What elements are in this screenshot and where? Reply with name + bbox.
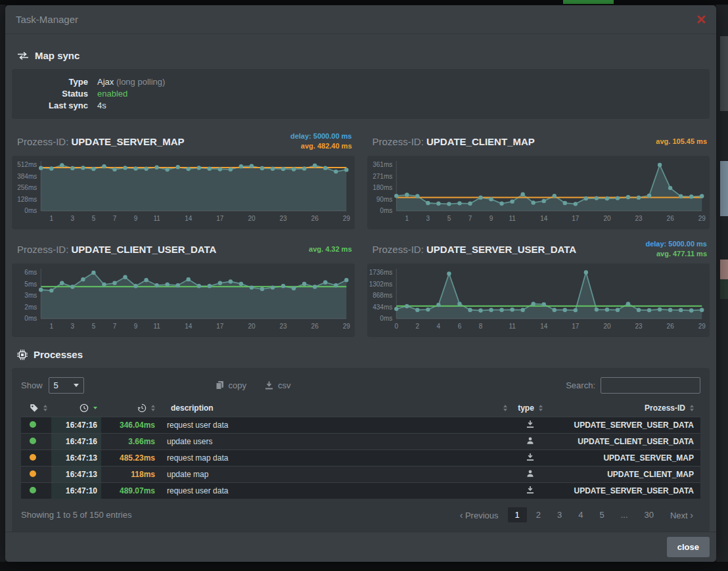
- chart-delay-value: delay: 5000.00 ms: [645, 239, 707, 249]
- chart-panel: 0ms434ms868ms1302ms1736ms024681114172023…: [367, 263, 710, 337]
- scrollbar-thumb[interactable]: [720, 36, 728, 111]
- process-duration: 3.66ms: [101, 433, 159, 449]
- modal-footer: close: [5, 532, 716, 562]
- info-value: Ajax (long polling): [97, 76, 165, 88]
- chart-block-update_client_user_data: Prozess-ID: UPDATE_CLIENT_USER_DATAavg. …: [12, 237, 355, 345]
- svg-text:4: 4: [436, 323, 440, 330]
- process-row[interactable]: 16:47:163.66msupdate users UPDATE_CLIENT…: [21, 433, 700, 449]
- csv-button[interactable]: csv: [265, 380, 291, 390]
- process-time: 16:47:10: [51, 482, 101, 499]
- svg-text:0ms: 0ms: [24, 207, 37, 214]
- pagination-page-4[interactable]: 4: [571, 507, 590, 522]
- download-icon: [526, 453, 534, 461]
- map-sync-panel: Type Ajax (long polling) Status enabled …: [12, 69, 710, 119]
- show-entries-select[interactable]: 5: [49, 377, 84, 394]
- background-page-left-edge: [0, 5, 5, 562]
- close-icon[interactable]: [697, 15, 706, 24]
- svg-text:29: 29: [343, 215, 351, 222]
- copy-button[interactable]: copy: [216, 380, 246, 390]
- chart-header: Prozess-ID: UPDATE_CLIENT_USER_DATAavg. …: [12, 237, 355, 263]
- background-page-bottom-edge: [0, 562, 728, 571]
- svg-text:11: 11: [153, 215, 160, 222]
- svg-text:0ms: 0ms: [24, 315, 37, 322]
- tag-icon: [30, 403, 39, 413]
- svg-text:26: 26: [311, 215, 319, 222]
- svg-text:29: 29: [698, 323, 706, 330]
- info-label: Last sync: [22, 100, 88, 112]
- show-label: Show: [21, 380, 43, 390]
- pagination-page-1[interactable]: 1: [508, 507, 527, 522]
- pagination-page-3[interactable]: 3: [550, 507, 569, 522]
- download-icon: [526, 420, 534, 428]
- column-header-description[interactable]: description: [159, 400, 511, 417]
- background-topbar: [0, 0, 728, 5]
- chart-title: Prozess-ID: UPDATE_CLIENT_USER_DATA: [17, 244, 216, 255]
- column-header-status[interactable]: [21, 400, 51, 417]
- processes-table: description type Proze: [21, 400, 700, 499]
- sort-desc-icon: [93, 407, 97, 409]
- map-sync-heading: Map sync: [17, 50, 710, 61]
- svg-text:17: 17: [572, 215, 580, 222]
- process-time: 16:47:16: [51, 417, 101, 433]
- process-row[interactable]: 16:47:13485.23msrequest map data UPDATE_…: [21, 449, 700, 466]
- column-header-prozess-id[interactable]: Prozess-ID: [549, 400, 700, 417]
- chart-stats: delay: 5000.00 msavg. 482.40 ms: [290, 131, 352, 151]
- table-controls: Show 5 copy: [21, 376, 700, 394]
- column-header-type[interactable]: type: [511, 400, 549, 417]
- close-button[interactable]: close: [667, 537, 710, 557]
- process-duration: 118ms: [101, 466, 159, 482]
- svg-text:17: 17: [572, 323, 580, 330]
- svg-text:1: 1: [405, 215, 409, 222]
- column-header-time[interactable]: [51, 400, 101, 417]
- chart-panel: 0ms2ms3ms5ms6ms1357911141720232629: [12, 263, 355, 337]
- sync-arrows-icon: [17, 51, 29, 60]
- charts-grid: Prozess-ID: UPDATE_SERVER_MAPdelay: 5000…: [12, 129, 710, 345]
- search-input[interactable]: [601, 377, 700, 394]
- process-row[interactable]: 16:47:13118msupdate map UPDATE_CLIENT_MA…: [21, 466, 700, 482]
- table-footer: Showing 1 to 5 of 150 entries ‹ Previous…: [21, 507, 700, 523]
- process-description: update users: [159, 433, 511, 449]
- status-dot: [30, 454, 36, 461]
- pagination-page-5[interactable]: 5: [592, 507, 611, 522]
- process-time: 16:47:16: [51, 433, 101, 449]
- chart-title: Prozess-ID: UPDATE_SERVER_USER_DATA: [373, 244, 577, 255]
- svg-text:20: 20: [603, 323, 611, 330]
- process-row[interactable]: 16:47:16346.04msrequest user data UPDATE…: [21, 417, 700, 433]
- pagination-next[interactable]: Next ›: [663, 507, 700, 523]
- process-row[interactable]: 16:47:10489.07msrequest user data UPDATE…: [21, 482, 700, 499]
- pagination-page-2[interactable]: 2: [529, 507, 548, 522]
- info-row-type: Type Ajax (long polling): [22, 76, 699, 88]
- chart-block-update_server_map: Prozess-ID: UPDATE_SERVER_MAPdelay: 5000…: [12, 129, 355, 237]
- svg-text:3: 3: [71, 323, 75, 330]
- sort-icon: [503, 405, 507, 411]
- pagination-previous[interactable]: ‹ Previous: [453, 507, 506, 523]
- user-icon: [526, 469, 534, 478]
- table-header-row: description type Proze: [21, 400, 700, 417]
- info-value: 4s: [97, 100, 106, 112]
- chart-header: Prozess-ID: UPDATE_CLIENT_MAPavg. 105.45…: [367, 129, 710, 156]
- svg-text:14: 14: [540, 323, 548, 330]
- svg-text:29: 29: [698, 215, 706, 222]
- process-id: UPDATE_SERVER_MAP: [549, 449, 700, 466]
- process-duration: 346.04ms: [101, 417, 159, 433]
- pagination-page-30[interactable]: 30: [637, 507, 661, 522]
- chevron-down-icon: [74, 384, 79, 387]
- map-sync-heading-label: Map sync: [35, 50, 80, 61]
- svg-text:5ms: 5ms: [24, 281, 37, 288]
- svg-text:90ms: 90ms: [376, 196, 392, 203]
- chart-canvas: 0ms90ms180ms271ms361ms135791114172023262…: [367, 156, 710, 229]
- process-type: [511, 482, 549, 499]
- sort-icon: [151, 405, 155, 411]
- sort-icon: [539, 405, 543, 411]
- copy-icon: [216, 380, 224, 390]
- column-header-duration[interactable]: [101, 400, 159, 417]
- modal-header: Task-Manager: [5, 5, 716, 34]
- chart-panel: 0ms128ms256ms384ms512ms13579111417202326…: [12, 156, 355, 229]
- chart-header: Prozess-ID: UPDATE_SERVER_MAPdelay: 5000…: [12, 129, 355, 156]
- process-description: request user data: [159, 417, 511, 433]
- process-type: [511, 449, 549, 466]
- process-id: UPDATE_CLIENT_MAP: [549, 466, 700, 482]
- modal-body: Map sync Type Ajax (long polling) Status…: [5, 34, 716, 532]
- task-manager-modal: Task-Manager Map sync Type Ajax (long po…: [5, 5, 716, 562]
- chevron-left-icon: ‹: [460, 510, 463, 520]
